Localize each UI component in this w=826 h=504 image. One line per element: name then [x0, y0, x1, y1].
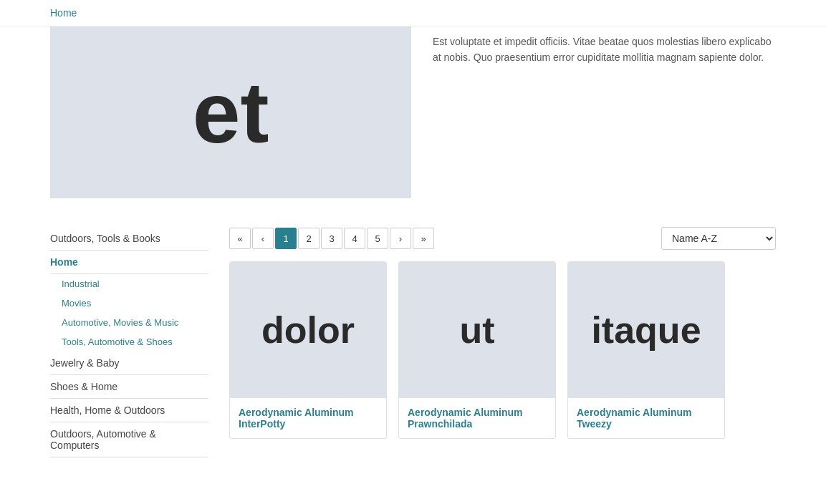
hero-image: et: [50, 26, 411, 198]
page-prev[interactable]: ‹: [252, 228, 274, 249]
product-name-0[interactable]: Aerodynamic Aluminum InterPotty: [239, 407, 354, 430]
product-card-1[interactable]: ut Aerodynamic Aluminum Prawnchilada: [398, 261, 556, 439]
home-nav-link[interactable]: Home: [50, 7, 77, 19]
page-5[interactable]: 5: [367, 228, 388, 249]
product-name-1[interactable]: Aerodynamic Aluminum Prawnchilada: [408, 407, 523, 430]
sidebar-active-category[interactable]: Home: [50, 251, 208, 274]
sidebar-subcategory-2[interactable]: Automotive, Movies & Music: [50, 313, 208, 332]
sidebar-subcategory-3[interactable]: Tools, Automotive & Shoes: [50, 332, 208, 352]
page-next[interactable]: ›: [390, 228, 411, 249]
product-card-2[interactable]: itaque Aerodynamic Aluminum Tweezy: [567, 261, 725, 439]
product-info-2: Aerodynamic Aluminum Tweezy: [568, 398, 724, 438]
product-image-2: itaque: [568, 262, 724, 398]
product-card-0[interactable]: dolor Aerodynamic Aluminum InterPotty: [229, 261, 387, 439]
product-info-0: Aerodynamic Aluminum InterPotty: [230, 398, 386, 438]
page-first[interactable]: «: [229, 228, 251, 249]
product-grid: dolor Aerodynamic Aluminum InterPotty ut…: [229, 261, 776, 439]
sidebar: Outdoors, Tools & Books Home Industrial …: [50, 227, 208, 457]
product-image-text-0: dolor: [261, 309, 355, 352]
page-last[interactable]: »: [413, 228, 434, 249]
page-2[interactable]: 2: [298, 228, 320, 249]
toolbar: « ‹ 1 2 3 4 5 › » Name A-Z Name Z-A Pric…: [229, 227, 776, 250]
sidebar-top-category[interactable]: Outdoors, Tools & Books: [50, 227, 208, 251]
product-name-2[interactable]: Aerodynamic Aluminum Tweezy: [577, 407, 692, 430]
sidebar-subcategory-1[interactable]: Movies: [50, 294, 208, 313]
sidebar-category-outdoors[interactable]: Outdoors, Automotive & Computers: [50, 422, 208, 457]
products-area: « ‹ 1 2 3 4 5 › » Name A-Z Name Z-A Pric…: [229, 227, 776, 457]
page-1[interactable]: 1: [275, 228, 297, 249]
hero-description: Est voluptate et impedit officiis. Vitae…: [433, 26, 776, 198]
product-image-0: dolor: [230, 262, 386, 398]
sidebar-category-jewelry[interactable]: Jewelry & Baby: [50, 352, 208, 375]
product-info-1: Aerodynamic Aluminum Prawnchilada: [399, 398, 555, 438]
product-image-text-2: itaque: [591, 309, 701, 352]
product-image-text-1: ut: [459, 309, 494, 352]
page-3[interactable]: 3: [321, 228, 342, 249]
sort-select[interactable]: Name A-Z Name Z-A Price Low-High Price H…: [661, 227, 776, 250]
pagination: « ‹ 1 2 3 4 5 › »: [229, 228, 434, 249]
sidebar-subcategory-0[interactable]: Industrial: [50, 274, 208, 294]
sidebar-category-shoes[interactable]: Shoes & Home: [50, 375, 208, 399]
product-image-1: ut: [399, 262, 555, 398]
sidebar-category-health[interactable]: Health, Home & Outdoors: [50, 399, 208, 422]
hero-image-text: et: [193, 63, 269, 162]
page-4[interactable]: 4: [344, 228, 365, 249]
